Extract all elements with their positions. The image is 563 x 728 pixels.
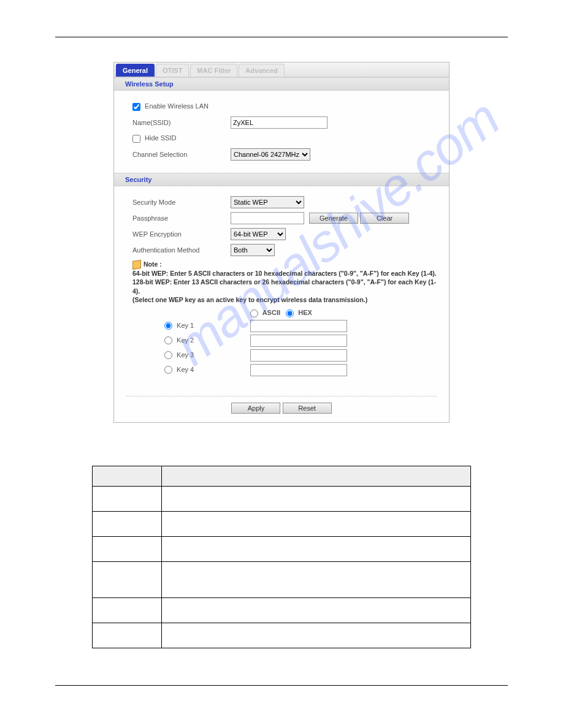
section-security-body: Security Mode Static WEP Passphrase Gene… bbox=[114, 186, 449, 387]
security-mode-label: Security Mode bbox=[132, 199, 231, 206]
apply-button[interactable]: Apply bbox=[231, 403, 280, 414]
key3-row[interactable]: Key 3 bbox=[132, 351, 250, 360]
clear-button[interactable]: Clear bbox=[360, 213, 409, 224]
enable-wlan-row[interactable]: Enable Wireless LAN bbox=[132, 102, 209, 111]
note-icon bbox=[132, 260, 141, 270]
ssid-label: Name(SSID) bbox=[132, 119, 231, 126]
key1-radio[interactable] bbox=[164, 322, 172, 330]
enable-wlan-label: Enable Wireless LAN bbox=[145, 102, 209, 110]
table-row bbox=[93, 536, 471, 561]
key4-row[interactable]: Key 4 bbox=[132, 366, 250, 374]
description-table bbox=[92, 466, 471, 648]
table-row bbox=[93, 486, 471, 511]
tab-general[interactable]: General bbox=[116, 64, 155, 77]
note-line3: (Select one WEP key as an active key to … bbox=[132, 296, 367, 303]
auth-method-label: Authentication Method bbox=[132, 246, 231, 254]
table-row bbox=[93, 597, 471, 623]
auth-method-select[interactable]: Both bbox=[231, 244, 275, 256]
section-security-title: Security bbox=[114, 173, 449, 186]
key2-radio[interactable] bbox=[164, 336, 172, 344]
channel-select[interactable]: Channel-06 2427MHz bbox=[231, 148, 310, 161]
reset-button[interactable]: Reset bbox=[283, 403, 332, 414]
key4-input[interactable] bbox=[250, 364, 347, 376]
key1-label: Key 1 bbox=[177, 322, 194, 329]
key2-label: Key 2 bbox=[177, 336, 194, 344]
passphrase-input[interactable] bbox=[231, 212, 304, 224]
key1-input[interactable] bbox=[250, 320, 347, 332]
ascii-option[interactable]: ASCII bbox=[250, 309, 280, 316]
tab-macfilter[interactable]: MAC Filter bbox=[190, 64, 237, 77]
wep-enc-select[interactable]: 64-bit WEP bbox=[231, 228, 286, 240]
hex-label: HEX bbox=[298, 309, 312, 316]
wep-enc-label: WEP Encryption bbox=[132, 230, 231, 238]
tab-bar: General OTIST MAC Filter Advanced bbox=[114, 63, 449, 77]
dotted-separator bbox=[126, 396, 437, 396]
key3-input[interactable] bbox=[250, 349, 347, 362]
channel-label: Channel Selection bbox=[132, 151, 231, 158]
ssid-input[interactable] bbox=[231, 116, 327, 129]
top-rule bbox=[55, 37, 508, 37]
key4-label: Key 4 bbox=[177, 366, 194, 373]
table-row bbox=[93, 511, 471, 536]
key4-radio[interactable] bbox=[164, 366, 172, 374]
security-mode-select[interactable]: Static WEP bbox=[231, 196, 304, 208]
ascii-label: ASCII bbox=[262, 309, 280, 316]
table-header-row bbox=[93, 466, 471, 486]
tab-otist[interactable]: OTIST bbox=[156, 64, 189, 77]
table-row bbox=[93, 623, 471, 648]
wireless-panel: General OTIST MAC Filter Advanced Wirele… bbox=[113, 62, 450, 423]
hide-ssid-checkbox[interactable] bbox=[132, 135, 140, 143]
table-row bbox=[93, 561, 471, 597]
passphrase-label: Passphrase bbox=[132, 214, 231, 222]
encoding-row: ASCII HEX bbox=[250, 309, 438, 317]
key2-row[interactable]: Key 2 bbox=[132, 336, 250, 345]
key1-row[interactable]: Key 1 bbox=[132, 322, 250, 330]
section-wireless-body: Enable Wireless LAN Name(SSID) Hide SSID… bbox=[114, 91, 449, 173]
note-line1: 64-bit WEP: Enter 5 ASCII characters or … bbox=[132, 270, 437, 277]
key2-input[interactable] bbox=[250, 335, 347, 347]
ascii-radio[interactable] bbox=[250, 309, 258, 317]
note-line2: 128-bit WEP: Enter 13 ASCII characters o… bbox=[132, 278, 436, 294]
hex-option[interactable]: HEX bbox=[286, 309, 312, 316]
key3-radio[interactable] bbox=[164, 351, 172, 359]
note-block: Note : 64-bit WEP: Enter 5 ASCII charact… bbox=[132, 260, 438, 304]
generate-button[interactable]: Generate bbox=[309, 213, 358, 224]
hex-radio[interactable] bbox=[286, 309, 294, 317]
key3-label: Key 3 bbox=[177, 351, 194, 358]
hide-ssid-row[interactable]: Hide SSID bbox=[132, 134, 176, 143]
bottom-rule bbox=[55, 685, 508, 686]
footer-buttons: Apply Reset bbox=[114, 403, 449, 422]
enable-wlan-checkbox[interactable] bbox=[132, 103, 140, 111]
note-title: Note : bbox=[144, 260, 162, 268]
section-wireless-title: Wireless Setup bbox=[114, 77, 449, 91]
hide-ssid-label: Hide SSID bbox=[145, 134, 176, 142]
tab-advanced[interactable]: Advanced bbox=[239, 64, 285, 77]
